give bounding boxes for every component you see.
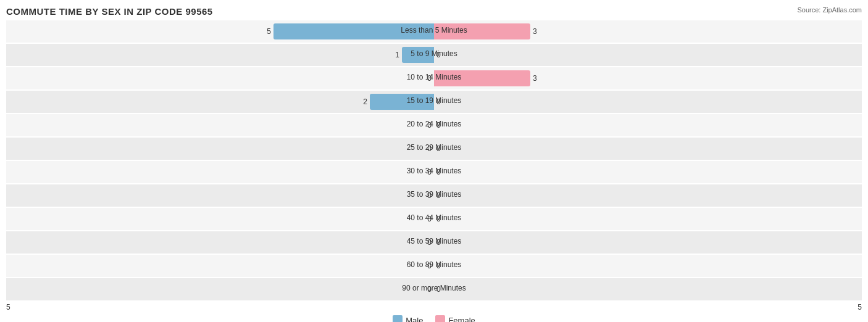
table-row: 0020 to 24 Minutes <box>6 114 862 136</box>
female-legend-label: Female <box>448 316 475 323</box>
male-section: 0 <box>6 184 434 207</box>
row-label: 40 to 44 Minutes <box>375 213 493 222</box>
row-label: 35 to 39 Minutes <box>375 190 493 199</box>
male-value: 5 <box>267 27 271 36</box>
male-section: 0 <box>6 231 434 254</box>
table-row: 0030 to 34 Minutes <box>6 161 862 183</box>
male-legend-box <box>393 315 403 322</box>
male-section: 0 <box>6 161 434 183</box>
row-label: 5 to 9 Minutes <box>375 49 493 58</box>
table-row: 53Less than 5 Minutes <box>6 20 862 43</box>
female-section: 0 <box>434 44 862 66</box>
female-value: 3 <box>533 27 537 36</box>
female-section: 0 <box>434 114 862 136</box>
table-row: 0035 to 39 Minutes <box>6 184 862 207</box>
female-section: 3 <box>434 20 862 43</box>
row-label: 45 to 59 Minutes <box>375 237 493 246</box>
female-legend-box <box>435 315 445 322</box>
male-section: 1 <box>6 44 434 66</box>
male-section: 0 <box>6 67 434 89</box>
female-section: 0 <box>434 184 862 207</box>
table-row: 0045 to 59 Minutes <box>6 231 862 254</box>
source-label: Source: ZipAtlas.com <box>797 6 862 14</box>
table-row: 0060 to 89 Minutes <box>6 255 862 277</box>
male-legend-label: Male <box>406 316 423 323</box>
legend-male: Male <box>393 315 423 322</box>
female-section: 0 <box>434 91 862 113</box>
chart-inner: 53Less than 5 Minutes105 to 9 Minutes031… <box>6 20 862 322</box>
table-row: 105 to 9 Minutes <box>6 44 862 66</box>
female-section: 0 <box>434 255 862 277</box>
row-label: 20 to 24 Minutes <box>375 120 493 128</box>
female-section: 0 <box>434 278 862 300</box>
rows-area: 53Less than 5 Minutes105 to 9 Minutes031… <box>6 20 862 300</box>
male-section: 5 <box>6 20 434 43</box>
female-value: 3 <box>533 74 537 83</box>
axis-right: 5 <box>858 303 862 312</box>
female-section: 0 <box>434 208 862 230</box>
female-section: 0 <box>434 161 862 183</box>
male-section: 0 <box>6 255 434 277</box>
male-section: 2 <box>6 91 434 113</box>
male-section: 0 <box>6 208 434 230</box>
female-section: 0 <box>434 231 862 254</box>
legend-female: Female <box>435 315 475 322</box>
legend: Male Female <box>6 315 862 322</box>
axis-left: 5 <box>6 303 10 312</box>
row-label: 90 or more Minutes <box>375 284 493 292</box>
row-label: Less than 5 Minutes <box>375 26 493 35</box>
male-value: 2 <box>363 97 367 106</box>
row-label: 60 to 89 Minutes <box>375 260 493 269</box>
chart-container: COMMUTE TIME BY SEX IN ZIP CODE 99565 So… <box>0 0 868 322</box>
male-section: 0 <box>6 138 434 160</box>
male-section: 0 <box>6 278 434 300</box>
table-row: 0025 to 29 Minutes <box>6 138 862 160</box>
axis-row: 5 5 <box>6 303 862 312</box>
chart-title: COMMUTE TIME BY SEX IN ZIP CODE 99565 <box>6 6 862 17</box>
male-section: 0 <box>6 114 434 136</box>
table-row: 0040 to 44 Minutes <box>6 208 862 230</box>
table-row: 2015 to 19 Minutes <box>6 91 862 113</box>
female-section: 0 <box>434 138 862 160</box>
row-label: 25 to 29 Minutes <box>375 143 493 152</box>
row-label: 15 to 19 Minutes <box>375 96 493 105</box>
table-row: 0090 or more Minutes <box>6 278 862 300</box>
table-row: 0310 to 14 Minutes <box>6 67 862 89</box>
row-label: 10 to 14 Minutes <box>375 73 493 81</box>
row-label: 30 to 34 Minutes <box>375 167 493 175</box>
female-section: 3 <box>434 67 862 89</box>
